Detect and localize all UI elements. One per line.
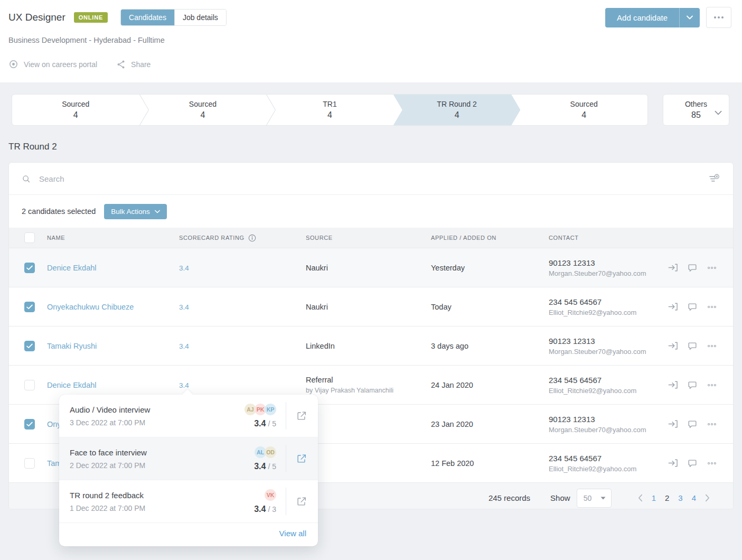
divider xyxy=(286,445,286,472)
stage-separator xyxy=(139,95,149,125)
page-header: UX Designer ONLINE Candidates Job detail… xyxy=(0,0,742,82)
scorecard-title: Audio / Video interview xyxy=(70,405,246,414)
move-candidate-button[interactable] xyxy=(667,458,678,469)
row-more-button[interactable] xyxy=(707,263,717,273)
job-subtitle: Business Development - Hyderabad - Fullt… xyxy=(0,36,742,44)
comment-button[interactable] xyxy=(687,263,698,273)
row-checkbox[interactable] xyxy=(24,419,35,430)
clear-filters-icon[interactable] xyxy=(708,174,720,184)
scorecard-title: TR round 2 feedback xyxy=(70,491,254,500)
check-icon xyxy=(26,421,33,428)
move-candidate-button[interactable] xyxy=(667,418,678,430)
pipeline-stage[interactable]: TR1 4 xyxy=(266,95,393,125)
add-candidate-button[interactable]: Add candidate xyxy=(605,8,700,27)
chevron-right-icon xyxy=(705,494,710,502)
page-number[interactable]: 3 xyxy=(678,493,682,502)
more-options-button[interactable] xyxy=(706,7,731,28)
tab-job-details[interactable]: Job details xyxy=(174,10,226,25)
comment-button[interactable] xyxy=(687,419,698,430)
applied-date: 24 Jan 2020 xyxy=(431,381,549,389)
advance-arrow-icon xyxy=(667,418,678,430)
pipeline-stage[interactable]: TR Round 2 4 xyxy=(393,95,521,125)
row-checkbox[interactable] xyxy=(24,263,35,273)
candidate-name-link[interactable]: Denice Ekdahl xyxy=(47,381,97,389)
others-stage[interactable]: Others 85 xyxy=(663,94,729,126)
search-input[interactable] xyxy=(38,174,701,184)
open-scorecard-button[interactable] xyxy=(296,410,307,422)
page-title: UX Designer xyxy=(8,12,65,23)
view-careers-portal-label: View on careers portal xyxy=(24,60,97,69)
scorecard-item[interactable]: Face to face interview 2 Dec 2022 at 7:0… xyxy=(59,437,318,480)
show-label: Show xyxy=(550,493,570,502)
applied-date: 23 Jan 2020 xyxy=(431,420,549,428)
pipeline-stage[interactable]: Sourced 4 xyxy=(12,95,139,125)
comment-icon xyxy=(687,341,698,351)
view-all-link[interactable]: View all xyxy=(279,529,306,538)
move-candidate-button[interactable] xyxy=(667,379,678,390)
chevron-left-icon xyxy=(638,494,643,502)
info-icon[interactable] xyxy=(248,234,256,242)
candidate-name-link[interactable]: Tamaki Ryushi xyxy=(47,342,97,350)
pipeline-stage[interactable]: Sourced 4 xyxy=(520,95,647,125)
row-more-button[interactable] xyxy=(707,302,717,312)
scorecard-rating-link[interactable]: 3.4 xyxy=(179,303,189,311)
row-checkbox[interactable] xyxy=(24,302,35,312)
page-size-value: 50 xyxy=(584,494,592,502)
avatar: OD xyxy=(265,446,276,458)
pipeline-stage[interactable]: Sourced 4 xyxy=(139,95,267,125)
scorecard-item[interactable]: Audio / Video interview 3 Dec 2022 at 7:… xyxy=(59,395,318,437)
candidate-name-link[interactable]: Denice Ekdahl xyxy=(47,264,97,272)
email: Elliot_Ritchie92@yahoo.com xyxy=(549,309,667,316)
row-more-button[interactable] xyxy=(707,458,717,469)
pagination: 1234 xyxy=(638,493,710,502)
add-candidate-caret[interactable] xyxy=(679,8,700,27)
row-checkbox[interactable] xyxy=(24,458,35,469)
row-checkbox[interactable] xyxy=(24,380,35,390)
applied-date: Today xyxy=(431,303,549,311)
move-candidate-button[interactable] xyxy=(667,340,678,351)
scorecard-rating-link[interactable]: 3.4 xyxy=(179,264,189,272)
stage-separator xyxy=(266,95,276,125)
pagination-next[interactable] xyxy=(705,494,710,502)
share-icon xyxy=(116,60,126,69)
row-more-button[interactable] xyxy=(707,380,717,390)
open-scorecard-button[interactable] xyxy=(296,496,307,507)
reviewer-avatars: VK xyxy=(266,489,276,501)
page-size-select[interactable]: 50 xyxy=(577,489,612,508)
job-page: UX Designer ONLINE Candidates Job detail… xyxy=(0,0,742,560)
select-all-checkbox[interactable] xyxy=(24,232,35,243)
scorecard-rating-link[interactable]: 3.4 xyxy=(179,381,189,389)
add-candidate-label[interactable]: Add candidate xyxy=(605,8,679,27)
comment-icon xyxy=(687,380,698,390)
share-link[interactable]: Share xyxy=(116,60,151,69)
pagination-prev[interactable] xyxy=(638,494,643,502)
comment-button[interactable] xyxy=(687,380,698,390)
page-number[interactable]: 4 xyxy=(692,493,696,502)
email: Elliot_Ritchie92@yahoo.com xyxy=(549,465,667,473)
records-count: 245 records xyxy=(489,493,530,502)
pipeline-stages: Sourced 4 Sourced 4 TR1 4 TR Round 2 4 xyxy=(12,94,648,126)
comment-button[interactable] xyxy=(687,341,698,351)
scorecard-rating-link[interactable]: 3.4 xyxy=(179,342,189,350)
row-more-button[interactable] xyxy=(707,341,717,351)
applied-date: 3 days ago xyxy=(431,342,549,350)
comment-button[interactable] xyxy=(687,302,698,312)
move-candidate-button[interactable] xyxy=(667,301,678,312)
page-number[interactable]: 2 xyxy=(665,493,669,502)
tab-candidates[interactable]: Candidates xyxy=(121,10,174,25)
table-row: Onyekachukwu Chibueze 3.4 Naukri Today 2… xyxy=(9,287,733,326)
scorecard-score: 3.4 xyxy=(254,462,266,471)
row-more-button[interactable] xyxy=(707,419,717,430)
candidate-name-link[interactable]: Onyekachukwu Chibueze xyxy=(47,303,134,311)
comment-button[interactable] xyxy=(687,458,698,469)
view-careers-portal-link[interactable]: View on careers portal xyxy=(8,59,97,69)
source: Naukri xyxy=(306,303,431,311)
email: Morgan.Steuber70@yahoo.com xyxy=(549,269,667,277)
scorecard-item[interactable]: TR round 2 feedback 1 Dec 2022 at 7:00 P… xyxy=(59,480,318,523)
move-candidate-button[interactable] xyxy=(667,262,678,273)
bulk-actions-button[interactable]: Bulk Actions xyxy=(104,204,167,219)
open-scorecard-button[interactable] xyxy=(296,453,307,464)
row-checkbox[interactable] xyxy=(24,341,35,351)
scorecard-max: / 5 xyxy=(268,419,276,428)
page-number[interactable]: 1 xyxy=(652,493,656,502)
